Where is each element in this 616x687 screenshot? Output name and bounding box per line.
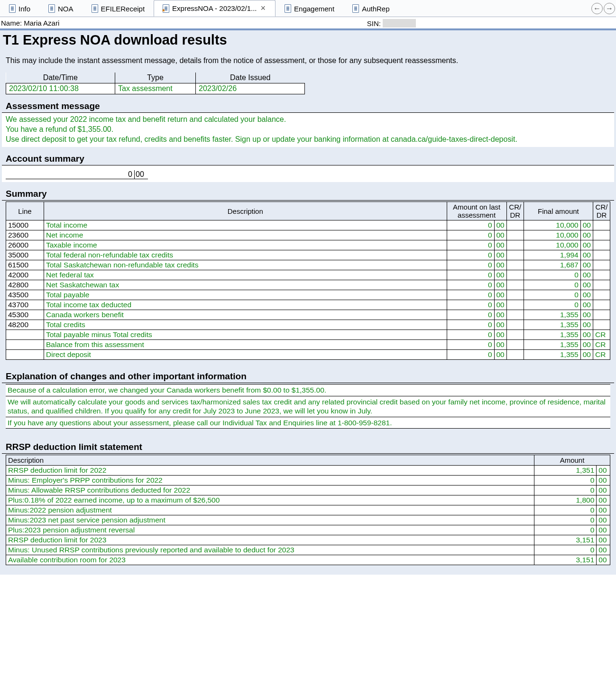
cell-last-int: 0 — [447, 230, 494, 240]
cell-amount-int: 3,151 — [534, 535, 597, 545]
cell-amount-int: 0 — [534, 485, 597, 495]
cell-final-int: 0 — [524, 270, 580, 280]
cell-description: Minus: Unused RRSP contributions previou… — [6, 545, 534, 555]
cell-final-dec: 00 — [580, 340, 593, 350]
nav-forward-button[interactable]: → — [604, 3, 615, 14]
tab-label: Engagement — [294, 5, 334, 13]
cell-last-int: 0 — [447, 220, 494, 230]
cell-final-int: 1,355 — [524, 330, 580, 340]
cell-final-int: 0 — [524, 290, 580, 300]
cell-last-int: 0 — [447, 240, 494, 250]
cell-final-crdr: CR — [593, 350, 610, 360]
table-row: RRSP deduction limit for 20221,35100 — [6, 465, 610, 475]
cell-line: 43700 — [6, 300, 44, 310]
cell-description: Balance from this assessment — [44, 340, 447, 350]
nav-arrows: ← → — [591, 0, 616, 17]
cell-amount-int: 3,151 — [534, 555, 597, 565]
cell-amount-dec: 00 — [597, 525, 610, 535]
cell-description: Minus: Employer's PRPP contributions for… — [6, 475, 534, 485]
col-crdr: CR/ DR — [506, 202, 524, 220]
cell-description: RRSP deduction limit for 2023 — [6, 535, 534, 545]
cell-last-dec: 00 — [494, 260, 506, 270]
cell-final-crdr — [593, 270, 610, 280]
cell-line: 43500 — [6, 290, 44, 300]
cell-final-crdr: CR — [593, 330, 610, 340]
tab-label: AuthRep — [362, 5, 389, 13]
cell-crdr — [506, 240, 524, 250]
table-row: 42000Net federal tax000000 — [6, 270, 610, 280]
cell-description: Net federal tax — [44, 270, 447, 280]
cell-final-int: 1,994 — [524, 250, 580, 260]
cell-description: Net Saskatchewan tax — [44, 280, 447, 290]
cell-final-crdr — [593, 280, 610, 290]
table-row: 15000Total income00010,00000 — [6, 220, 610, 230]
cell-last-dec: 00 — [494, 220, 506, 230]
cell-crdr — [506, 280, 524, 290]
summary-heading: Summary — [2, 187, 614, 201]
explain-line: We will automatically calculate your goo… — [6, 396, 610, 417]
file-icon — [9, 4, 16, 13]
col-datetime: Date/Time — [6, 73, 115, 83]
cell-description: Taxable income — [44, 240, 447, 250]
name-value: Maria Azari — [24, 19, 59, 27]
table-row: Plus:0.18% of 2022 earned income, up to … — [6, 495, 610, 505]
cell-last-dec: 00 — [494, 250, 506, 260]
table-row: 61500Total Saskatchewan non-refundable t… — [6, 260, 610, 270]
nav-back-button[interactable]: ← — [591, 3, 603, 14]
cell-last-dec: 00 — [494, 350, 506, 360]
cell-final-crdr — [593, 230, 610, 240]
cell-final-dec: 00 — [580, 260, 593, 270]
cell-last-int: 0 — [447, 350, 494, 360]
tab-engagement[interactable]: Engagement — [276, 0, 343, 17]
cell-description: Total payable minus Total credits — [44, 330, 447, 340]
close-icon[interactable]: × — [260, 3, 267, 13]
table-row: Plus:2023 pension adjustment reversal000 — [6, 525, 610, 535]
cell-final-int: 0 — [524, 300, 580, 310]
cell-crdr — [506, 340, 524, 350]
cell-amount-dec: 00 — [597, 545, 610, 555]
cell-last-dec: 00 — [494, 230, 506, 240]
tab-authrep[interactable]: AuthRep — [343, 0, 398, 17]
cell-line: 42800 — [6, 280, 44, 290]
tab-expressnoa[interactable]: ExpressNOA - 2023/02/1... × — [154, 0, 276, 17]
tab-efilereceipt[interactable]: EFILEReceipt — [83, 0, 154, 17]
assessment-meta-table: Date/Time Type Date Issued 2023/02/10 11… — [6, 73, 305, 94]
cell-description: Plus:2023 pension adjustment reversal — [6, 525, 534, 535]
explain-line: If you have any questions about your ass… — [6, 417, 610, 429]
cell-final-dec: 00 — [580, 350, 593, 360]
cell-amount-dec: 00 — [597, 495, 610, 505]
table-row: 23600Net income00010,00000 — [6, 230, 610, 240]
table-row: 35000Total federal non-refundable tax cr… — [6, 250, 610, 260]
cell-line: 61500 — [6, 260, 44, 270]
cell-final-dec: 00 — [580, 220, 593, 230]
cell-line: 45300 — [6, 310, 44, 320]
cell-final-dec: 00 — [580, 290, 593, 300]
cell-crdr — [506, 270, 524, 280]
cell-last-int: 0 — [447, 320, 494, 330]
cell-final-dec: 00 — [580, 230, 593, 240]
name-label: Name: — [1, 19, 22, 27]
table-row: Total payable minus Total credits0001,35… — [6, 330, 610, 340]
table-row: Available contribution room for 20233,15… — [6, 555, 610, 565]
tab-info[interactable]: Info — [0, 0, 39, 17]
meta-type: Tax assessment — [115, 83, 196, 94]
cell-final-dec: 00 — [580, 300, 593, 310]
page-body: T1 Express NOA download results This may… — [0, 28, 616, 575]
file-modified-icon — [163, 4, 169, 13]
cell-amount-int: 0 — [534, 525, 597, 535]
cell-final-crdr — [593, 260, 610, 270]
cell-amount-dec: 00 — [597, 555, 610, 565]
explain-heading: Explanation of changes and other importa… — [2, 369, 614, 383]
cell-crdr — [506, 310, 524, 320]
file-icon — [352, 4, 359, 13]
cell-final-crdr: CR — [593, 340, 610, 350]
cell-final-int: 1,687 — [524, 260, 580, 270]
tab-noa[interactable]: NOA — [39, 0, 83, 17]
cell-last-int: 0 — [447, 280, 494, 290]
cell-description: Plus:0.18% of 2022 earned income, up to … — [6, 495, 534, 505]
rrsp-heading: RRSP deduction limit statement — [2, 440, 614, 454]
assessment-line: You have a refund of $1,355.00. — [6, 125, 113, 133]
cell-line: 35000 — [6, 250, 44, 260]
cell-last-dec: 00 — [494, 320, 506, 330]
col-amount: Amount — [534, 455, 610, 465]
